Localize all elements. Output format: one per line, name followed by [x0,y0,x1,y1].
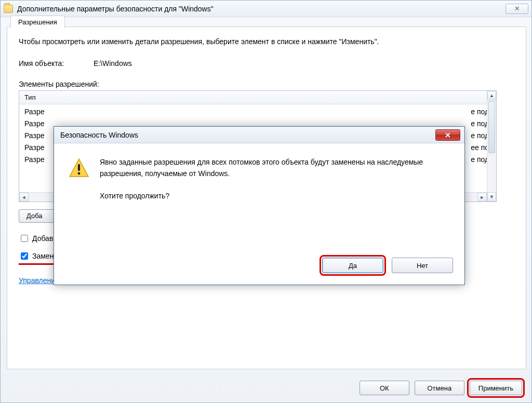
yes-button[interactable]: Да [322,258,383,273]
row-type: Разре [24,155,54,164]
security-advanced-window: Дополнительные параметры безопасности дл… [0,0,532,403]
confirm-title: Безопасность Windows [60,131,435,139]
confirm-message-line2: Хотите продолжить? [100,191,451,202]
dialog-buttons: ОК Отмена Применить [360,381,522,395]
checkbox-replace-child-input[interactable] [21,252,28,260]
row-type: Разре [24,108,54,116]
scroll-down-icon[interactable]: ▼ [487,192,496,202]
scroll-up-icon[interactable]: ▲ [487,91,496,100]
permission-entries-label: Элементы разрешений: [19,80,514,88]
warning-icon [69,158,89,179]
svg-rect-1 [78,164,80,171]
tab-permissions[interactable]: Разрешения [10,16,65,29]
svg-point-2 [78,172,81,175]
row-tail: е под. [54,108,496,116]
apply-button[interactable]: Применить [470,381,522,395]
confirm-close-button[interactable]: ✕ [435,129,460,141]
instruction-text: Чтобы просмотреть или изменить детали ра… [19,37,514,46]
confirm-titlebar[interactable]: Безопасность Windows ✕ [54,127,464,143]
vertical-scrollbar[interactable]: ▲ ▼ [487,91,496,202]
checkbox-include-inheritable-input[interactable] [21,235,28,242]
row-type: Разре [24,119,54,128]
no-button[interactable]: Нет [392,258,453,273]
row-type: Разре [24,143,54,152]
row-type: Разре [24,131,54,140]
confirm-message-line1: Явно заданные разрешения для всех потомк… [100,157,451,179]
object-name-label: Имя объекта: [19,59,91,68]
cancel-button[interactable]: Отмена [415,381,464,395]
titlebar[interactable]: Дополнительные параметры безопасности дл… [1,1,531,17]
scroll-thumb[interactable] [488,101,495,153]
col-type[interactable]: Тип [24,93,36,101]
window-title: Дополнительные параметры безопасности дл… [17,5,506,13]
scroll-left-icon[interactable]: ◄ [19,193,29,202]
list-header[interactable]: Тип [19,91,496,104]
close-button[interactable]: ✕ [506,4,528,14]
scroll-track[interactable] [487,154,496,192]
ok-button[interactable]: ОК [360,381,409,395]
object-name-value: E:\Windows [94,59,132,68]
object-name-row: Имя объекта: E:\Windows [19,59,514,68]
list-item[interactable]: Разре е под. [19,105,496,117]
confirm-message: Явно заданные разрешения для всех потомк… [100,157,451,202]
scroll-right-icon[interactable]: ► [477,193,487,202]
folder-icon [4,5,13,13]
confirm-dialog: Безопасность Windows ✕ Явно заданные раз… [54,126,465,285]
